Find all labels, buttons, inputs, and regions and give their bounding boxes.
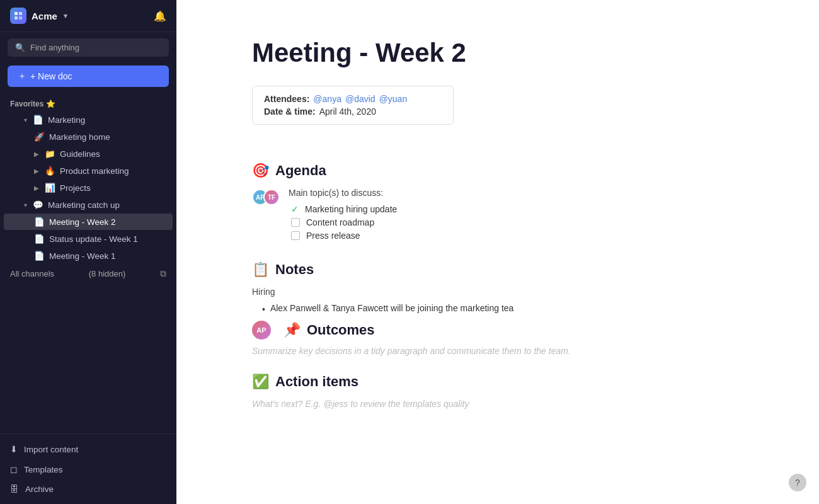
templates-label: Templates xyxy=(24,465,63,474)
sidebar-item-status-update[interactable]: 📄 Status update - Week 1 xyxy=(4,231,173,247)
agenda-item-1: Marketing hiring update xyxy=(305,204,397,214)
search-bar[interactable]: 🔍 Find anything xyxy=(8,38,169,57)
archive-icon: 🗄 xyxy=(10,484,19,494)
marketing-catchup-label: Marketing catch up xyxy=(48,200,120,210)
bullet-text-1[interactable]: Alex Panwell & Tanya Fawcett will be joi… xyxy=(270,303,514,313)
date-label: Date & time: xyxy=(264,106,316,117)
product-marketing-label: Product marketing xyxy=(60,166,129,176)
chevron-icon: ▶ xyxy=(34,185,39,192)
templates-icon: ◻ xyxy=(10,464,18,474)
outcomes-placeholder[interactable]: Summarize key decisions in a tidy paragr… xyxy=(252,346,743,356)
agenda-heading: 🎯 Agenda xyxy=(252,163,743,179)
action-items-placeholder[interactable]: What's next? E.g. @jess to review the te… xyxy=(252,399,743,409)
sidebar-item-meeting-week2[interactable]: 📄 Meeting - Week 2 xyxy=(4,214,173,230)
import-icon: ⬇ xyxy=(10,444,18,454)
favorites-label: Favorites ⭐ xyxy=(0,93,176,111)
check-done-icon: ✓ xyxy=(291,204,299,214)
copy-icon: ⧉ xyxy=(160,268,166,279)
notes-heading: 📋 Notes xyxy=(252,261,743,278)
action-items-heading: ✅ Action items xyxy=(252,374,743,390)
sidebar-marketing-label: Marketing xyxy=(48,115,85,125)
app-logo xyxy=(10,8,26,24)
date-row: Date & time: April 4th, 2020 xyxy=(264,106,442,117)
date-value: April 4th, 2020 xyxy=(319,106,376,117)
chevron-icon: ▾ xyxy=(24,117,27,123)
app-brand[interactable]: Acme ▾ xyxy=(10,8,67,24)
svg-rect-3 xyxy=(19,16,22,20)
import-content-item[interactable]: ⬇ Import content xyxy=(0,439,176,459)
help-button[interactable]: ? xyxy=(789,474,806,491)
chevron-icon: ▾ xyxy=(24,202,27,209)
notes-emoji: 📋 xyxy=(252,261,269,278)
sidebar-bottom: ⬇ Import content ◻ Templates 🗄 Archive xyxy=(0,433,176,504)
checkbox-3[interactable] xyxy=(291,231,300,240)
action-items-emoji: ✅ xyxy=(252,374,269,390)
meeting-week2-label: Meeting - Week 2 xyxy=(49,217,116,227)
search-placeholder: Find anything xyxy=(30,43,79,52)
checkbox-2[interactable] xyxy=(291,218,300,227)
new-doc-label: + New doc xyxy=(30,71,72,81)
action-items-heading-text: Action items xyxy=(275,374,358,390)
all-channels-row[interactable]: All channels (8 hidden) ⧉ xyxy=(0,265,176,283)
meta-box: Attendees: @anya @david @yuan Date & tim… xyxy=(252,86,454,125)
doc-icon: 📄 xyxy=(34,234,45,244)
attendee-anya[interactable]: @anya xyxy=(313,94,341,104)
meeting-week1-label: Meeting - Week 1 xyxy=(49,251,116,261)
new-doc-button[interactable]: ＋ + New doc xyxy=(8,66,169,87)
svg-rect-1 xyxy=(19,12,22,15)
doc-icon: 📄 xyxy=(34,251,45,261)
fire-icon: 🔥 xyxy=(45,166,55,176)
agenda-item-3: Press release xyxy=(306,231,360,241)
sidebar: Acme ▾ 🔔 🔍 Find anything ＋ + New doc Fav… xyxy=(0,0,176,504)
chevron-down-icon: ▾ xyxy=(64,12,67,20)
all-channels-label: All channels xyxy=(10,269,54,278)
archive-label: Archive xyxy=(25,484,54,494)
templates-item[interactable]: ◻ Templates xyxy=(0,459,176,479)
chevron-icon: ▶ xyxy=(34,151,39,158)
svg-rect-0 xyxy=(14,12,18,15)
sidebar-nav: Favorites ⭐ ▾ 📄 Marketing 🚀 Marketing ho… xyxy=(0,93,176,433)
attendees-label: Attendees: xyxy=(264,94,309,104)
sidebar-item-guidelines[interactable]: ▶ 📁 Guidelines xyxy=(4,146,173,162)
svg-rect-2 xyxy=(14,16,18,20)
checklist-item-3[interactable]: Press release xyxy=(291,231,397,241)
attendee-david[interactable]: @david xyxy=(345,94,375,104)
attendee-yuan[interactable]: @yuan xyxy=(379,94,408,104)
agenda-emoji: 🎯 xyxy=(252,163,269,179)
notes-topic: Hiring xyxy=(252,287,743,297)
checklist-item-2[interactable]: Content roadmap xyxy=(291,217,397,227)
status-update-label: Status update - Week 1 xyxy=(49,234,138,244)
doc-icon: 📄 xyxy=(34,217,45,227)
plus-icon: ＋ xyxy=(18,71,26,82)
chart-icon: 📊 xyxy=(45,183,55,193)
agenda-item-2: Content roadmap xyxy=(306,217,374,227)
outcomes-emoji: 📌 xyxy=(284,322,301,338)
bullet-item-1: • Alex Panwell & Tanya Fawcett will be j… xyxy=(262,303,743,314)
folder-icon: 📁 xyxy=(45,149,55,159)
archive-item[interactable]: 🗄 Archive xyxy=(0,479,176,499)
doc-title: Meeting - Week 2 xyxy=(252,38,743,68)
sidebar-item-product-marketing[interactable]: ▶ 🔥 Product marketing xyxy=(4,163,173,179)
avatar-outcomes: AP xyxy=(252,321,271,340)
import-label: Import content xyxy=(24,445,78,454)
chevron-icon: ▶ xyxy=(34,168,39,175)
agenda-subtitle: Main topic(s) to discuss: xyxy=(289,188,397,198)
bell-icon[interactable]: 🔔 xyxy=(154,10,166,22)
sidebar-item-marketing-home[interactable]: 🚀 Marketing home xyxy=(4,129,173,145)
agenda-heading-text: Agenda xyxy=(275,163,326,179)
doc-icon: 📄 xyxy=(33,115,43,125)
outcomes-heading: 📌 Outcomes xyxy=(284,322,375,338)
search-icon: 🔍 xyxy=(15,43,25,52)
sidebar-item-projects[interactable]: ▶ 📊 Projects xyxy=(4,180,173,196)
channels-hidden-count: (8 hidden) xyxy=(89,269,126,278)
sidebar-item-marketing-catchup[interactable]: ▾ 💬 Marketing catch up xyxy=(4,197,173,213)
rocket-icon: 🚀 xyxy=(34,132,45,142)
projects-label: Projects xyxy=(60,183,91,193)
attendees-row: Attendees: @anya @david @yuan xyxy=(264,94,442,104)
checklist-item-1[interactable]: ✓ Marketing hiring update xyxy=(291,204,397,214)
app-name: Acme xyxy=(32,11,57,21)
sidebar-item-marketing[interactable]: ▾ 📄 Marketing xyxy=(4,112,173,128)
sidebar-header: Acme ▾ 🔔 xyxy=(0,0,176,32)
main-content: Meeting - Week 2 Attendees: @anya @david… xyxy=(176,0,819,504)
sidebar-item-meeting-week1[interactable]: 📄 Meeting - Week 1 xyxy=(4,248,173,264)
